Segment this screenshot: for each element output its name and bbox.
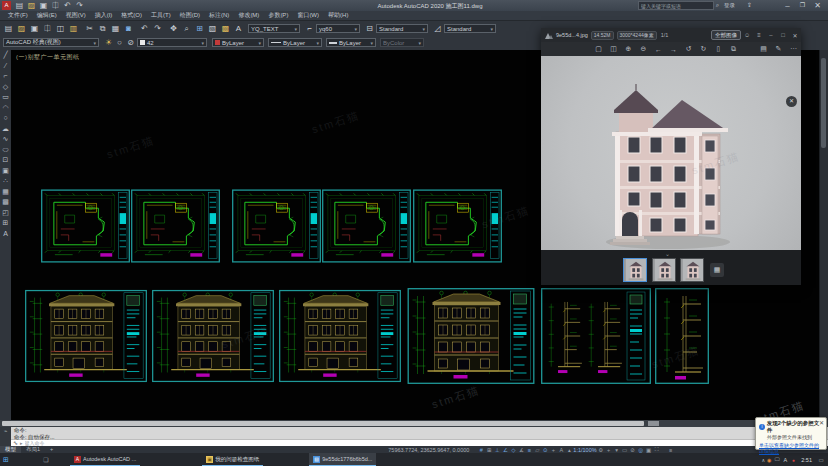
horizontal-scrollbar-thumb[interactable] — [2, 421, 644, 426]
new-icon[interactable]: ▤ — [3, 23, 14, 34]
workspace-gear-icon[interactable]: ⚙︎ — [597, 447, 605, 453]
linetype-combo[interactable]: ByLayer▾ — [268, 38, 322, 47]
menu-tools[interactable]: 工具(T) — [151, 11, 171, 20]
close-button[interactable]: ✕ — [812, 0, 823, 11]
fit-window-icon[interactable]: ◫ — [606, 45, 621, 53]
slideshow-icon[interactable]: ▤ — [756, 45, 771, 53]
section-sheet-1[interactable] — [541, 288, 651, 384]
share-icon[interactable]: ⇪ — [744, 0, 755, 11]
autoscale-icon[interactable]: ▴ — [565, 447, 573, 453]
bubble-link[interactable]: 单击以查看缺少参照文件的详细信息 — [759, 442, 823, 454]
region-icon[interactable]: ◰ — [2, 208, 9, 219]
viewer-user-icon[interactable]: ☺ — [741, 32, 753, 38]
qat-redo-icon[interactable]: ↷ — [74, 0, 85, 11]
section-sheet-2[interactable] — [655, 288, 709, 384]
autocad-logo-icon[interactable]: A — [2, 1, 11, 10]
tray-browser-icon[interactable]: ◉ — [765, 457, 773, 463]
lineweight-combo[interactable]: ByLayer▾ — [326, 38, 376, 47]
menu-modify[interactable]: 修改(M) — [238, 11, 259, 20]
taskbar-viewer-button[interactable]: ▨ 9e55dc1776b6b5d... — [309, 453, 376, 466]
thumbnail-2[interactable] — [652, 258, 676, 282]
customization-menu-icon[interactable]: ≡ — [667, 447, 675, 453]
paste-icon[interactable]: ▦ — [110, 23, 121, 34]
graphics-performance-icon[interactable]: ▣ — [645, 447, 653, 453]
prev-image-icon[interactable]: ← — [651, 46, 666, 53]
delete-image-icon[interactable]: ▯ — [711, 45, 726, 53]
filmstrip-collapse-icon[interactable]: ⌄ — [665, 250, 670, 257]
annotation-scale[interactable]: 1:1/100% — [573, 447, 596, 453]
elevation-1[interactable] — [25, 288, 147, 384]
isolate-objects-icon[interactable]: ◎ — [637, 447, 645, 453]
text-style-icon[interactable]: A — [233, 23, 244, 34]
floor-plan-5[interactable] — [413, 189, 502, 263]
matchprop-icon[interactable]: ◙ — [123, 23, 134, 34]
menu-file[interactable]: 文件(F) — [8, 11, 28, 20]
copy-icon[interactable]: ⧉ — [97, 23, 108, 34]
arc-icon[interactable]: ◠ — [2, 103, 8, 114]
thumbnail-grid-icon[interactable]: ▦ — [710, 263, 724, 277]
polygon-icon[interactable]: ◇ — [3, 82, 8, 93]
dim-style-combo[interactable]: yq60▾ — [316, 24, 360, 33]
all-images-button[interactable]: 全部图像 — [711, 30, 741, 40]
plot-icon[interactable]: ⎅ — [42, 23, 53, 34]
qat-save-icon[interactable]: ▣ — [38, 0, 49, 11]
lineweight-toggle-icon[interactable]: ≡ — [525, 447, 533, 453]
otrack-toggle-icon[interactable]: ∡ — [517, 447, 525, 453]
minimize-button[interactable]: – — [782, 0, 793, 11]
elevation-2[interactable] — [152, 288, 274, 384]
selectioncycling-toggle-icon[interactable]: ⊙ — [541, 447, 549, 453]
edit-image-icon[interactable]: ✎ — [771, 45, 786, 53]
save-icon[interactable]: ▣ — [29, 23, 40, 34]
qat-open-icon[interactable]: ▨ — [26, 0, 37, 11]
bubble-close-icon[interactable]: ✕ — [819, 419, 824, 426]
publish-icon[interactable]: ▥ — [68, 23, 79, 34]
viewer-maximize-button[interactable]: □ — [777, 32, 789, 38]
mtext-icon[interactable]: A — [3, 229, 8, 240]
redo-icon[interactable]: ↷ — [152, 23, 163, 34]
make-block-icon[interactable]: ▣ — [2, 166, 9, 177]
taskbar-folder-button[interactable]: ▣ 我的问题检查图纸 — [202, 453, 263, 466]
grid-toggle-icon[interactable]: # — [477, 447, 485, 453]
xline-icon[interactable]: ⁄ — [5, 61, 6, 72]
viewer-overlay-close-icon[interactable]: ✕ — [786, 96, 797, 107]
designcenter-icon[interactable]: ▩ — [220, 23, 231, 34]
table-icon[interactable]: ⊞ — [3, 218, 9, 229]
menu-window[interactable]: 窗口(W) — [297, 11, 319, 20]
zoom-realtime-icon[interactable]: ⌕ — [181, 23, 192, 34]
color-combo[interactable]: ByLayer▾ — [212, 38, 264, 47]
qat-new-icon[interactable]: ▤ — [14, 0, 25, 11]
tray-input-indicator[interactable]: A — [781, 457, 789, 463]
mleader-style-combo[interactable]: Standard▾ — [444, 24, 496, 33]
viewer-menu-icon[interactable]: ≡ — [753, 32, 765, 38]
task-view-icon[interactable]: ❏ — [40, 456, 52, 463]
command-history[interactable]: 命令: 命令: 自动保存... — [11, 427, 828, 440]
annotation-visibility-icon[interactable]: A — [557, 447, 565, 453]
gradient-icon[interactable]: ▩ — [2, 197, 9, 208]
copy-image-icon[interactable]: ⧉ — [726, 45, 741, 53]
tab-add-layout[interactable]: + — [45, 446, 58, 453]
ellipse-icon[interactable]: ⬭ — [3, 145, 9, 156]
circle-icon[interactable]: ○ — [3, 113, 7, 124]
layer-lock-icon[interactable]: ⊘ — [125, 37, 136, 48]
viewer-close-button[interactable]: ✕ — [789, 32, 801, 39]
pan-icon[interactable]: ✥ — [168, 23, 179, 34]
elevation-3[interactable] — [279, 288, 401, 384]
infocenter-search-input[interactable] — [638, 1, 714, 10]
viewer-minimize-button[interactable]: – — [765, 32, 777, 38]
zoom-window-icon[interactable]: ⊞ — [194, 23, 205, 34]
tray-display-icon[interactable]: 🖵︎ — [773, 456, 781, 463]
floor-plan-1[interactable] — [41, 189, 130, 263]
layer-combo[interactable]: 42▾ — [137, 38, 207, 47]
zoom-out-icon[interactable]: ⊖ — [636, 45, 651, 53]
signin-button[interactable]: 登录 — [724, 2, 735, 9]
spline-icon[interactable]: ∿ — [3, 134, 9, 145]
polar-toggle-icon[interactable]: ∠ — [501, 447, 509, 453]
dynamicinput-toggle-icon[interactable]: + — [549, 447, 557, 453]
menu-view[interactable]: 视图(V) — [66, 11, 86, 20]
transparency-toggle-icon[interactable]: ▱ — [533, 447, 541, 453]
thumbnail-3[interactable] — [680, 258, 704, 282]
polyline-icon[interactable]: ⌐ — [3, 71, 7, 82]
menu-help[interactable]: 帮助(H) — [328, 11, 348, 20]
menu-parametric[interactable]: 参数(P) — [268, 11, 288, 20]
insert-block-icon[interactable]: ⊡ — [3, 155, 9, 166]
